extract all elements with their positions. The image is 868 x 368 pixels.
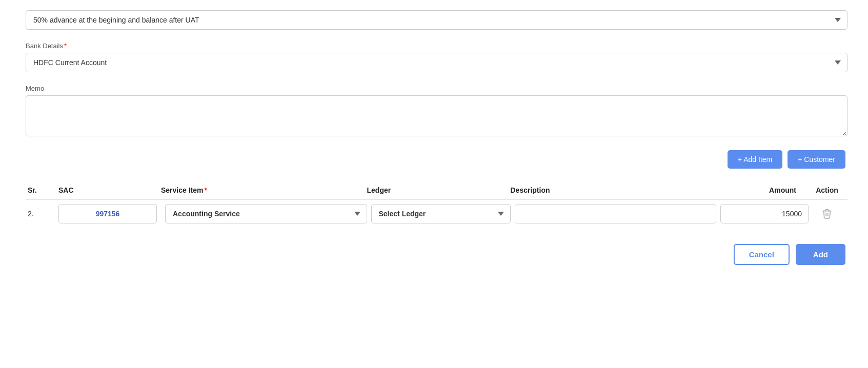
delete-row-button[interactable] (819, 206, 835, 222)
header-service-item: Service Item* (159, 186, 365, 194)
table-section: Sr. SAC Service Item* Ledger Description… (26, 181, 847, 223)
table-header: Sr. SAC Service Item* Ledger Description… (26, 181, 847, 200)
sac-input[interactable] (58, 204, 157, 223)
row-number: 2. (26, 210, 56, 218)
trash-icon (822, 209, 832, 219)
bank-details-select[interactable]: HDFC Current Account (26, 53, 847, 72)
service-item-required-star: * (205, 186, 207, 194)
header-sac: SAC (56, 186, 159, 194)
payment-terms-select[interactable]: 50% advance at the begining and balance … (26, 10, 847, 30)
header-description: Description (509, 186, 715, 194)
amount-cell (714, 204, 806, 223)
description-cell (509, 204, 715, 223)
action-buttons-row: + Add Item + Customer (26, 150, 847, 169)
memo-textarea[interactable] (26, 95, 847, 136)
add-button[interactable]: Add (796, 244, 845, 265)
table-row: 2. Accounting Service Select Ledger (26, 204, 847, 223)
memo-section: Memo (26, 85, 847, 138)
bottom-buttons-row: Cancel Add (26, 244, 847, 275)
header-ledger: Ledger (365, 186, 509, 194)
memo-label: Memo (26, 85, 847, 92)
page-container: 50% advance at the begining and balance … (0, 0, 868, 368)
sac-cell (56, 204, 159, 223)
add-item-button[interactable]: + Add Item (728, 150, 782, 169)
bank-details-required-star: * (64, 42, 67, 50)
service-item-cell: Accounting Service (159, 204, 365, 223)
cancel-button[interactable]: Cancel (734, 244, 790, 265)
bank-details-label: Bank Details* (26, 42, 847, 50)
ledger-cell: Select Ledger (365, 204, 509, 223)
header-sr: Sr. (26, 186, 56, 194)
top-dropdown-wrapper: 50% advance at the begining and balance … (26, 10, 847, 30)
ledger-select[interactable]: Select Ledger (371, 204, 511, 223)
description-input[interactable] (515, 204, 717, 223)
bank-details-section: Bank Details* HDFC Current Account (26, 42, 847, 72)
header-amount: Amount (714, 186, 806, 194)
action-cell (806, 206, 847, 222)
service-item-select[interactable]: Accounting Service (165, 204, 367, 223)
add-customer-button[interactable]: + Customer (788, 150, 845, 169)
header-action: Action (806, 186, 847, 194)
amount-input[interactable] (720, 204, 809, 223)
